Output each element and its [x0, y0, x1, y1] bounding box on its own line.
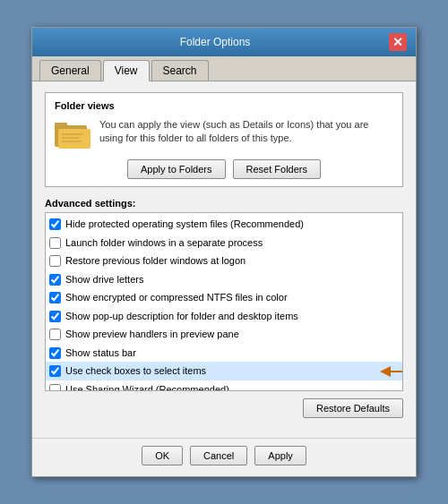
folder-views-buttons: Apply to Folders Reset Folders — [55, 159, 393, 179]
tab-search[interactable]: Search — [151, 60, 209, 81]
setting-restore-previous[interactable]: Restore previous folder windows at logon — [46, 252, 402, 270]
folder-views-description: You can apply the view (such as Details … — [99, 118, 393, 146]
svg-rect-5 — [62, 141, 82, 142]
label-show-encrypted: Show encrypted or compressed NTFS files … — [65, 290, 288, 305]
restore-row: Restore Defaults — [45, 398, 403, 418]
checkbox-use-checkboxes[interactable] — [49, 365, 61, 377]
main-content: Folder views You ca — [32, 81, 416, 438]
settings-list: Hide protected operating system files (R… — [46, 213, 402, 391]
checkbox-show-drive-letters[interactable] — [49, 274, 61, 286]
apply-button[interactable]: Apply — [254, 446, 306, 466]
checkbox-use-sharing[interactable] — [49, 384, 61, 392]
label-use-sharing: Use Sharing Wizard (Recommended) — [65, 382, 229, 392]
label-show-preview: Show preview handlers in preview pane — [65, 327, 239, 342]
checkbox-launch-folder[interactable] — [49, 237, 61, 249]
folder-views-group: Folder views You ca — [45, 92, 403, 187]
close-button[interactable]: ✕ — [389, 33, 407, 51]
checkbox-hide-protected[interactable] — [49, 218, 61, 230]
setting-show-preview[interactable]: Show preview handlers in preview pane — [46, 325, 402, 344]
label-launch-folder: Launch folder windows in a separate proc… — [65, 235, 263, 251]
svg-rect-4 — [62, 137, 80, 139]
title-bar: Folder Options ✕ — [32, 28, 416, 56]
ok-button[interactable]: OK — [142, 446, 183, 466]
label-show-popup: Show pop-up description for folder and d… — [65, 309, 298, 324]
apply-to-folders-button[interactable]: Apply to Folders — [127, 159, 225, 179]
label-use-checkboxes: Use check boxes to select items — [65, 363, 206, 379]
folder-icon — [55, 118, 90, 150]
setting-use-sharing[interactable]: Use Sharing Wizard (Recommended) — [46, 380, 402, 392]
checkbox-show-encrypted[interactable] — [49, 292, 61, 303]
label-restore-previous: Restore previous folder windows at logon — [65, 253, 246, 269]
checkbox-show-status[interactable] — [49, 347, 61, 359]
setting-show-popup[interactable]: Show pop-up description for folder and d… — [46, 307, 402, 326]
setting-show-drive-letters[interactable]: Show drive letters — [46, 270, 402, 289]
tab-general[interactable]: General — [39, 60, 101, 81]
label-show-drive-letters: Show drive letters — [65, 272, 143, 287]
reset-folders-button[interactable]: Reset Folders — [233, 159, 321, 179]
tab-view[interactable]: View — [103, 60, 150, 81]
setting-use-checkboxes[interactable]: Use check boxes to select items — [46, 362, 402, 380]
bottom-buttons: OK Cancel Apply — [32, 438, 416, 476]
restore-defaults-button[interactable]: Restore Defaults — [303, 398, 403, 418]
folder-views-inner: You can apply the view (such as Details … — [55, 118, 393, 150]
checkbox-show-preview[interactable] — [49, 329, 61, 340]
advanced-settings-label: Advanced settings: — [45, 198, 403, 209]
label-hide-protected: Hide protected operating system files (R… — [65, 217, 304, 232]
label-show-status: Show status bar — [65, 346, 136, 361]
setting-show-encrypted[interactable]: Show encrypted or compressed NTFS files … — [46, 288, 402, 307]
dialog-title: Folder Options — [41, 36, 389, 48]
setting-hide-protected[interactable]: Hide protected operating system files (R… — [46, 215, 402, 234]
checkbox-restore-previous[interactable] — [49, 255, 61, 267]
checkbox-show-popup[interactable] — [49, 311, 61, 322]
folder-views-label: Folder views — [55, 100, 393, 111]
setting-launch-folder[interactable]: Launch folder windows in a separate proc… — [46, 234, 402, 252]
folder-options-dialog: Folder Options ✕ General View Search Fol… — [31, 27, 417, 477]
svg-rect-1 — [55, 123, 67, 127]
tab-bar: General View Search — [32, 56, 416, 81]
cancel-button[interactable]: Cancel — [190, 446, 247, 466]
settings-list-container[interactable]: Hide protected operating system files (R… — [45, 212, 403, 391]
svg-rect-3 — [62, 133, 83, 135]
setting-show-status[interactable]: Show status bar — [46, 344, 402, 363]
